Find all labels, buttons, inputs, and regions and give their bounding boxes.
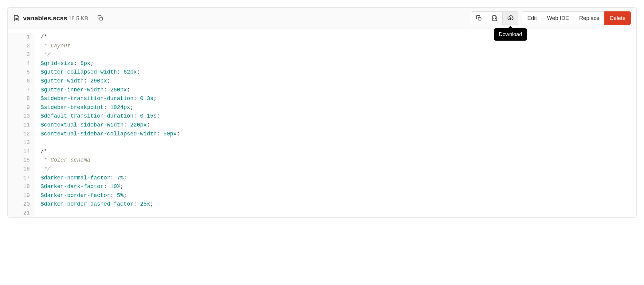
code-line: $default-transition-duration: 0.15s; (41, 112, 636, 121)
line-number[interactable]: 12 (8, 130, 34, 138)
code-line: /* (41, 33, 636, 42)
line-number[interactable]: 14 (8, 147, 34, 156)
code-line: $contextual-sidebar-width: 220px; (41, 121, 636, 130)
code-line: $gutter-inner-width: 250px; (41, 86, 636, 94)
line-number[interactable]: 19 (8, 191, 34, 200)
line-number[interactable]: 5 (8, 68, 34, 77)
file-header: variables.scss 18.5 KB (8, 8, 636, 29)
view-raw-button[interactable] (487, 11, 503, 25)
line-number[interactable]: 3 (8, 50, 34, 59)
svg-rect-2 (100, 18, 103, 20)
code-line: $gutter-collapsed-width: 62px; (41, 68, 636, 77)
line-number[interactable]: 6 (8, 77, 34, 86)
edit-button[interactable]: Edit (522, 11, 542, 25)
code-line: $darken-normal-factor: 7%; (41, 174, 636, 183)
file-title-area: variables.scss 18.5 KB (13, 13, 106, 24)
download-cloud-icon (507, 15, 514, 22)
line-number[interactable]: 13 (8, 138, 34, 147)
svg-rect-3 (478, 18, 481, 20)
text-button-group: Edit Web IDE Replace Delete (522, 11, 631, 25)
line-number[interactable]: 16 (8, 165, 34, 174)
line-number[interactable]: 8 (8, 94, 34, 103)
code-line: */ (41, 50, 636, 59)
file-panel: variables.scss 18.5 KB (7, 7, 637, 218)
line-number[interactable]: 11 (8, 121, 34, 130)
code-line: $darken-border-dashed-factor: 25%; (41, 200, 636, 209)
file-name: variables.scss (23, 14, 67, 22)
line-number[interactable]: 17 (8, 174, 34, 183)
replace-button[interactable]: Replace (574, 11, 605, 25)
code-line (41, 138, 636, 147)
line-number[interactable]: 9 (8, 103, 34, 112)
code-view: 123456789101112131415161718192021 /* * L… (8, 29, 636, 217)
code-line: $darken-border-factor: 5%; (41, 191, 636, 200)
delete-button[interactable]: Delete (604, 11, 631, 25)
code-content[interactable]: /* * Layout */$grid-size: 8px;$gutter-co… (34, 33, 636, 217)
line-number[interactable]: 20 (8, 200, 34, 209)
copy-path-button[interactable] (95, 13, 106, 24)
copy-icon (476, 15, 482, 21)
code-line (41, 209, 636, 218)
line-number[interactable]: 2 (8, 42, 34, 50)
code-line: /* (41, 147, 636, 156)
line-number[interactable]: 7 (8, 86, 34, 94)
download-button[interactable]: Download (502, 11, 518, 25)
code-line: $darken-dark-factor: 10%; (41, 182, 636, 191)
line-number[interactable]: 4 (8, 59, 34, 68)
line-number[interactable]: 18 (8, 182, 34, 191)
file-icon (13, 15, 20, 22)
web-ide-button[interactable]: Web IDE (542, 11, 574, 25)
code-line: * Color schema (41, 156, 636, 165)
code-line: $contextual-sidebar-collapsed-width: 50p… (41, 130, 636, 138)
download-tooltip: Download (494, 28, 527, 41)
line-number-gutter: 123456789101112131415161718192021 (8, 33, 34, 217)
code-line: $grid-size: 8px; (41, 59, 636, 68)
code-line: $sidebar-transition-duration: 0.3s; (41, 94, 636, 103)
icon-button-group: Download (471, 11, 518, 25)
code-line: $sidebar-breakpoint: 1024px; (41, 103, 636, 112)
file-size: 18.5 KB (69, 15, 88, 22)
line-number[interactable]: 21 (8, 209, 34, 218)
line-number[interactable]: 15 (8, 156, 34, 165)
code-line: * Layout (41, 42, 636, 50)
line-number[interactable]: 1 (8, 33, 34, 42)
code-line: $gutter-width: 290px; (41, 77, 636, 86)
file-toolbar: Download Edit Web IDE Replace Delete (471, 11, 631, 25)
line-number[interactable]: 10 (8, 112, 34, 121)
copy-icon (97, 15, 104, 21)
copy-source-button[interactable] (471, 11, 487, 25)
code-file-icon (492, 15, 498, 21)
code-line: */ (41, 165, 636, 174)
